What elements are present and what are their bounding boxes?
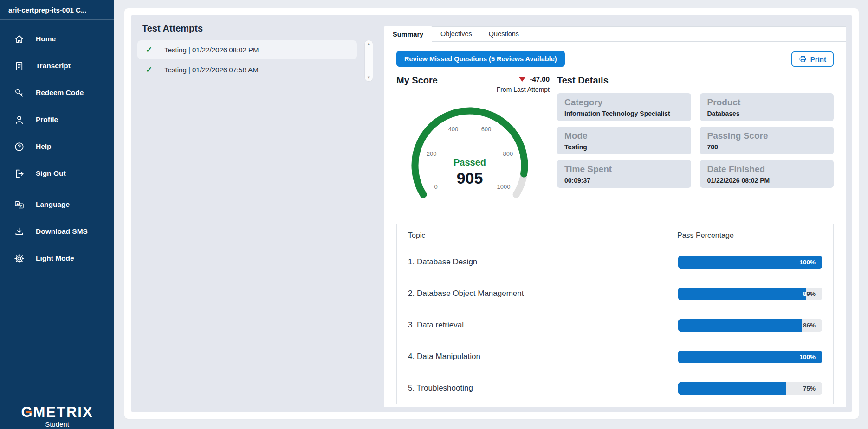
logo-rest: METRIX (33, 404, 93, 420)
attempts-scrollbar[interactable]: ▲ ▼ (365, 40, 373, 81)
table-row: 1. Database Design 100% 100% (397, 246, 833, 278)
detail-label: Product (707, 97, 827, 108)
attempt-item[interactable]: ✓ Testing | 01/22/2026 07:58 AM (137, 60, 357, 79)
attempt-item[interactable]: ✓ Testing | 01/22/2026 08:02 PM (137, 40, 357, 59)
bar-percent-label: 75% (803, 385, 816, 392)
score-value: 905 (400, 169, 539, 187)
score-change-value: -47.00 (530, 75, 550, 83)
pass-percentage-bar: 100% 100% (678, 256, 822, 269)
summary-tab-content: Review Missed Questions (5 Reviews Avail… (384, 42, 846, 407)
passed-check-icon: ✓ (146, 65, 152, 75)
attempt-label: Testing | 01/22/2026 08:02 PM (164, 46, 259, 54)
review-missed-questions-button[interactable]: Review Missed Questions (5 Reviews Avail… (396, 51, 565, 67)
sidebar-item-label: Language (36, 200, 70, 209)
outer-card: Test Attempts ✓ Testing | 01/22/2026 08:… (124, 8, 859, 419)
sidebar-nav-main: Home Transcript Redeem Code Profile Help… (0, 20, 114, 187)
tab-summary[interactable]: Summary (384, 26, 432, 42)
detail-card-date-finished: Date Finished 01/22/2026 08:02 PM (700, 160, 834, 188)
detail-card-product: Product Databases (700, 93, 834, 121)
attempt-list: ✓ Testing | 01/22/2026 08:02 PM ✓ Testin… (137, 40, 372, 79)
pass-percentage-bar: 89% 89% (678, 288, 822, 300)
detail-card-time-spent: Time Spent 00:09:37 (557, 160, 691, 188)
table-row: 2. Database Object Management 89% 89% (397, 278, 833, 309)
main-content: Test Attempts ✓ Testing | 01/22/2026 08:… (114, 0, 868, 429)
help-icon (14, 141, 25, 152)
sidebar-item-label: Light Mode (36, 254, 74, 263)
sidebar-item-label: Home (36, 35, 56, 43)
gauge-tick-label: 600 (481, 126, 492, 133)
table-row: 4. Data Manipulation 100% 100% (397, 341, 833, 372)
tab-objectives[interactable]: Objectives (432, 27, 480, 41)
sidebar-item-label: Sign Out (36, 169, 66, 178)
logo-subtitle: Student (0, 420, 114, 428)
decrease-triangle-icon (518, 77, 526, 82)
detail-card-category: Category Information Technology Speciali… (557, 93, 691, 121)
sidebar-item-light-mode[interactable]: Light Mode (0, 245, 114, 272)
person-icon (14, 115, 25, 125)
detail-value: Information Technology Specialist (564, 110, 684, 117)
tab-questions[interactable]: Questions (480, 27, 527, 41)
course-title: arit-certprep-its-001 C... (0, 0, 114, 20)
sidebar-nav-secondary: Az Language Download SMS Light Mode (0, 190, 114, 272)
svg-text:A: A (16, 202, 19, 206)
printer-icon (799, 55, 807, 63)
pass-percentage-bar: 100% 100% (678, 351, 822, 363)
svg-text:z: z (20, 204, 22, 208)
detail-label: Date Finished (707, 164, 827, 174)
gauge-tick-label: 200 (427, 150, 437, 157)
results-panel: Summary Objectives Questions Review Miss… (384, 26, 846, 407)
sidebar-item-download-sms[interactable]: Download SMS (0, 218, 114, 245)
detail-value: 700 (707, 143, 827, 151)
tab-bar: Summary Objectives Questions (384, 27, 846, 42)
print-label: Print (810, 55, 826, 63)
gauge-tick-label: 800 (503, 150, 513, 157)
scroll-down-icon[interactable]: ▼ (367, 76, 371, 80)
detail-value: 00:09:37 (564, 177, 684, 184)
detail-value: Databases (707, 110, 827, 117)
topic-name: 2. Database Object Management (408, 289, 678, 298)
sidebar-item-home[interactable]: Home (0, 26, 114, 52)
home-icon (14, 34, 25, 45)
translate-icon: Az (14, 199, 25, 210)
inner-panel: Test Attempts ✓ Testing | 01/22/2026 08:… (131, 15, 852, 412)
detail-label: Mode (564, 131, 684, 141)
topic-column-header: Topic (408, 231, 677, 240)
detail-label: Passing Score (707, 131, 827, 141)
sidebar-item-transcript[interactable]: Transcript (0, 52, 114, 79)
bar-percent-label: 86% (803, 322, 816, 329)
logo-letter-g: G (21, 405, 33, 419)
transcript-icon (14, 61, 25, 71)
topic-name: 4. Data Manipulation (408, 352, 678, 361)
detail-value: 01/22/2026 08:02 PM (707, 177, 827, 184)
print-button[interactable]: Print (791, 51, 834, 67)
gauge-tick-label: 400 (448, 126, 459, 133)
topic-table-header: Topic Pass Percentage (397, 224, 833, 246)
sidebar-item-sign-out[interactable]: Sign Out (0, 160, 114, 187)
topic-table: Topic Pass Percentage 1. Database Design… (396, 224, 834, 404)
sidebar-item-language[interactable]: Az Language (0, 191, 114, 218)
score-change: -47.00 From Last Attempt (497, 75, 550, 93)
attempt-label: Testing | 01/22/2026 07:58 AM (164, 66, 258, 74)
topic-name: 5. Troubleshooting (408, 384, 678, 393)
bar-percent-label: 100% (799, 353, 816, 360)
pass-percentage-bar: 86% 86% (678, 319, 822, 332)
table-row: 3. Data retrieval 86% 86% (397, 309, 833, 341)
score-gauge: 02004006008001000 Passed 905 (400, 96, 539, 205)
sidebar-item-label: Help (36, 142, 52, 151)
scroll-up-icon[interactable]: ▲ (367, 42, 371, 46)
passed-check-icon: ✓ (146, 45, 152, 55)
test-attempts-title: Test Attempts (142, 23, 377, 34)
sidebar-item-help[interactable]: Help (0, 133, 114, 160)
gear-icon (14, 253, 25, 264)
sign-out-icon (14, 168, 25, 179)
detail-label: Time Spent (564, 164, 684, 174)
detail-card-mode: Mode Testing (557, 127, 691, 154)
pass-percentage-column-header: Pass Percentage (677, 231, 822, 240)
test-details-section: Test Details Category Information Techno… (557, 75, 834, 205)
bar-percent-label: 89% (803, 290, 806, 297)
sidebar-item-redeem-code[interactable]: Redeem Code (0, 79, 114, 106)
key-icon (14, 88, 25, 98)
sidebar-item-profile[interactable]: Profile (0, 106, 114, 133)
test-attempts-section: Test Attempts ✓ Testing | 01/22/2026 08:… (131, 15, 384, 412)
pass-percentage-bar: 75% 75% (678, 382, 822, 395)
